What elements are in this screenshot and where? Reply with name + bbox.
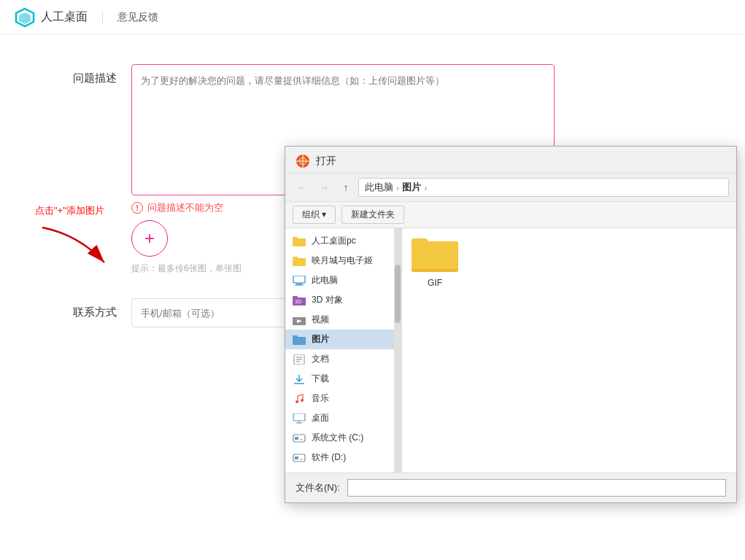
docs-icon xyxy=(293,354,306,365)
breadcrumb-bar: 此电脑 › 图片 › xyxy=(358,178,729,197)
svg-rect-33 xyxy=(295,437,298,440)
svg-rect-12 xyxy=(293,276,305,283)
computer-icon xyxy=(293,276,306,286)
filename-label: 文件名(N): xyxy=(296,481,340,494)
sidebar-scrollbar-thumb xyxy=(395,265,401,323)
svg-point-27 xyxy=(296,400,298,403)
svg-text:3D: 3D xyxy=(295,299,301,304)
folder-large-icon xyxy=(412,236,458,273)
sidebar-item-drive-d[interactable]: 软件 (D:) xyxy=(285,448,401,467)
sidebar-item-drive-c[interactable]: 系统文件 (C:) xyxy=(285,428,401,448)
dialog-sidebar: 人工桌面pc 映月城与电子姬 此电脑 xyxy=(285,228,402,472)
error-text: 问题描述不能为空 xyxy=(147,201,223,214)
add-image-button[interactable]: + xyxy=(131,220,168,257)
sidebar-item-video[interactable]: 视频 xyxy=(285,310,401,330)
dialog-title: 打开 xyxy=(316,155,336,168)
dialog-app-icon xyxy=(296,154,310,168)
svg-rect-10 xyxy=(293,258,306,266)
folder-icon xyxy=(293,236,306,246)
svg-marker-1 xyxy=(19,12,31,24)
svg-rect-11 xyxy=(293,257,298,259)
sidebar-item-images[interactable]: 图片 xyxy=(285,330,401,349)
svg-rect-8 xyxy=(293,238,306,246)
file-open-dialog: 打开 ← → ↑ 此电脑 › 图片 › 组织 ▾ 新建文件夹 人工桌面pc xyxy=(285,146,737,503)
sidebar-item-desktop[interactable]: 桌面 xyxy=(285,408,401,428)
svg-point-28 xyxy=(301,399,304,402)
sidebar-label-4: 视频 xyxy=(312,314,329,326)
breadcrumb-folder1[interactable]: 图片 xyxy=(402,181,421,194)
sidebar-label-8: 音乐 xyxy=(312,392,329,405)
sidebar-item-computer[interactable]: 此电脑 xyxy=(285,271,401,290)
sidebar-label-1: 映月城与电子姬 xyxy=(312,254,373,267)
drive-d-icon xyxy=(293,453,306,463)
forward-button[interactable]: → xyxy=(314,178,333,197)
svg-rect-36 xyxy=(295,456,298,459)
logo-area: 人工桌面 意见反馈 xyxy=(15,7,158,28)
desktop-icon xyxy=(293,413,306,424)
folder-icon xyxy=(293,256,306,266)
sidebar-label-12: 文档 (E:) xyxy=(312,471,346,472)
upload-hint: 提示：最多传6张图，单张图 xyxy=(131,262,242,275)
video-icon xyxy=(293,315,306,325)
breadcrumb-sep1: › xyxy=(396,182,399,193)
music-icon xyxy=(293,394,306,404)
new-folder-button[interactable]: 新建文件夹 xyxy=(341,206,404,224)
svg-rect-21 xyxy=(293,335,298,338)
sidebar-item-music[interactable]: 音乐 xyxy=(285,389,401,408)
feedback-link[interactable]: 意见反馈 xyxy=(117,11,158,24)
organize-button[interactable]: 组织 ▾ xyxy=(293,206,336,224)
dialog-footer: 文件名(N): xyxy=(285,472,736,502)
sidebar-item-drive-e[interactable]: 文档 (E:) xyxy=(285,467,401,472)
sidebar-item-rengongzhuomian[interactable]: 人工桌面pc xyxy=(285,231,401,251)
sidebar-item-docs[interactable]: 文档 xyxy=(285,349,401,369)
sidebar-label-0: 人工桌面pc xyxy=(312,235,356,247)
dialog-files-area: GIF xyxy=(402,228,736,472)
sidebar-scrollbar[interactable] xyxy=(394,228,401,472)
app-name: 人工桌面 xyxy=(41,9,88,25)
svg-rect-9 xyxy=(293,237,298,239)
file-item-gif[interactable]: GIF xyxy=(409,236,460,288)
sidebar-label-3: 3D 对象 xyxy=(312,294,343,306)
sidebar-label-5: 图片 xyxy=(312,333,329,346)
sidebar-label-7: 下载 xyxy=(312,373,329,385)
svg-rect-29 xyxy=(293,413,305,421)
images-icon xyxy=(293,335,306,345)
logo-icon xyxy=(15,7,35,28)
dialog-body: 人工桌面pc 映月城与电子姬 此电脑 xyxy=(285,228,736,472)
breadcrumb-root[interactable]: 此电脑 xyxy=(365,181,393,194)
contact-label: 联系方式 xyxy=(44,298,117,319)
sidebar-label-2: 此电脑 xyxy=(312,274,338,287)
dialog-actions-bar: 组织 ▾ 新建文件夹 xyxy=(285,202,736,228)
sidebar-label-9: 桌面 xyxy=(312,412,329,424)
back-button[interactable]: ← xyxy=(293,178,312,197)
breadcrumb-sep2: › xyxy=(424,182,427,193)
3d-icon: 3D xyxy=(293,295,306,306)
header: 人工桌面 意见反馈 xyxy=(0,0,745,35)
svg-rect-47 xyxy=(412,241,458,269)
error-icon: ! xyxy=(131,202,143,214)
sidebar-label-6: 文档 xyxy=(312,353,329,365)
sidebar-label-10: 系统文件 (C:) xyxy=(312,432,363,444)
problem-label: 问题描述 xyxy=(44,64,117,85)
drive-c-icon xyxy=(293,433,306,443)
sidebar-label-11: 软件 (D:) xyxy=(312,451,346,464)
filename-input[interactable] xyxy=(347,479,726,497)
sidebar-item-3d[interactable]: 3D 3D 对象 xyxy=(285,290,401,310)
file-label-gif: GIF xyxy=(428,278,442,288)
error-hint: ! 问题描述不能为空 xyxy=(131,201,223,214)
drive-e-icon xyxy=(293,472,306,473)
dialog-nav-toolbar: ← → ↑ 此电脑 › 图片 › xyxy=(285,174,736,202)
header-divider xyxy=(102,11,103,24)
dialog-titlebar: 打开 xyxy=(285,147,736,174)
svg-rect-20 xyxy=(293,337,306,345)
svg-rect-16 xyxy=(293,296,298,298)
svg-point-34 xyxy=(301,439,302,440)
up-button[interactable]: ↑ xyxy=(336,178,355,197)
download-icon xyxy=(293,374,306,384)
sidebar-item-yingyuecheng[interactable]: 映月城与电子姬 xyxy=(285,251,401,271)
svg-point-37 xyxy=(301,459,302,460)
sidebar-item-download[interactable]: 下载 xyxy=(285,369,401,389)
